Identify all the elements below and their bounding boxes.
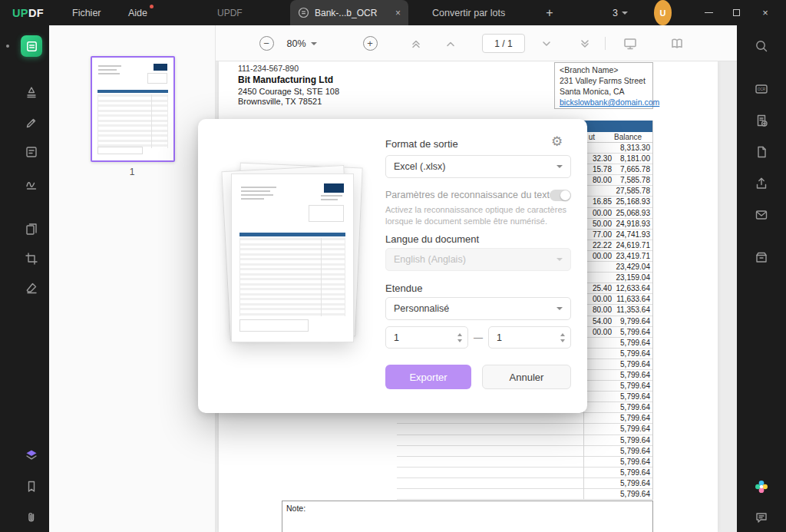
chevron-down-icon <box>556 258 563 261</box>
ai-sparkle-icon <box>754 479 769 494</box>
balance-cell: 5,799.64 <box>620 382 650 390</box>
chevron-down-icon <box>556 307 563 310</box>
ai-assistant-button[interactable] <box>751 476 772 497</box>
balance-cell: 5,799.64 <box>620 392 650 401</box>
minimize-icon <box>705 12 713 14</box>
page-thumbnail-1[interactable] <box>91 56 175 162</box>
tab-bank-ocr[interactable]: Bank-...b_OCR × <box>290 0 408 25</box>
translate-doc-button[interactable] <box>751 141 772 163</box>
zoom-out-button[interactable]: − <box>257 25 276 61</box>
balance-cell: 5,799.64 <box>620 414 650 422</box>
summarize-button[interactable] <box>751 110 772 131</box>
mail-button[interactable] <box>751 204 772 226</box>
ocr-button[interactable]: OCR <box>751 78 772 100</box>
page-from-stepper[interactable] <box>457 327 462 348</box>
share-button[interactable] <box>751 173 772 194</box>
zoom-level-dropdown[interactable]: 80% <box>282 25 322 61</box>
stamp-icon <box>25 85 38 99</box>
export-button[interactable]: Exporter <box>385 365 471 389</box>
reading-mode-button[interactable] <box>667 25 687 61</box>
format-select-value: Excel (.xlsx) <box>394 161 445 172</box>
close-window-button[interactable]: × <box>754 0 777 25</box>
sign-tool-button[interactable] <box>21 173 42 195</box>
preview-page-front <box>231 173 354 342</box>
signature-icon <box>25 177 38 191</box>
balance-cell: 5,799.64 <box>620 349 650 358</box>
stepper-down-icon[interactable] <box>560 339 565 342</box>
branch-street: 231 Valley Farms Street <box>560 75 648 86</box>
language-select-value: English (Anglais) <box>394 254 466 265</box>
new-tab-button[interactable]: + <box>542 0 557 25</box>
chevron-down-icon <box>622 12 628 15</box>
balance-cell: 24,741.93 <box>616 230 651 239</box>
page-to-input[interactable]: 1 <box>488 326 571 349</box>
balance-cell: 7,665.78 <box>620 165 650 173</box>
form-tool-button[interactable] <box>21 141 42 163</box>
chevron-down-icon <box>556 165 563 168</box>
balance-cell: 5,799.64 <box>620 328 650 336</box>
tab-batch-convert[interactable]: Convertir par lots <box>432 0 505 25</box>
table-row: 5,799.64 <box>397 413 652 424</box>
presentation-mode-button[interactable] <box>620 25 640 61</box>
search-button[interactable] <box>751 35 772 57</box>
attachment-panel-button[interactable] <box>21 507 42 528</box>
paperclip-icon <box>25 511 38 524</box>
stepper-up-icon[interactable] <box>457 333 462 336</box>
ocr-icon: OCR <box>754 82 769 96</box>
ocr-toggle[interactable] <box>550 190 571 201</box>
bookmark-panel-button[interactable] <box>21 476 42 497</box>
balance-cell: 5,799.64 <box>620 371 650 379</box>
menu-aide[interactable]: Aide <box>128 0 147 25</box>
table-row: 5,799.64 <box>397 457 652 468</box>
branch-info-box: <Branch Name> 231 Valley Farms Street Sa… <box>554 62 653 109</box>
chat-bubble-icon <box>755 511 768 524</box>
stepper-down-icon[interactable] <box>457 339 462 342</box>
edit-pdf-button[interactable] <box>21 112 42 134</box>
crop-tool-button[interactable] <box>21 248 42 269</box>
layers-panel-button[interactable] <box>21 444 42 466</box>
thumbnail-content <box>92 58 173 160</box>
range-select-value: Personnalisé <box>394 303 449 314</box>
stepper-up-icon[interactable] <box>560 333 565 336</box>
tab-count-dropdown[interactable]: 3 <box>613 0 628 25</box>
table-row: 5,799.64 <box>397 468 652 478</box>
next-page-button[interactable] <box>537 25 556 61</box>
company-name: Bit Manufacturing Ltd <box>238 74 333 85</box>
reader-icon <box>25 40 38 53</box>
amount-cell: 15.78 <box>593 165 612 173</box>
maximize-button[interactable] <box>725 0 748 25</box>
balance-cell: 8,181.00 <box>620 154 650 163</box>
balance-cell: 9,799.64 <box>620 317 650 325</box>
minus-icon: − <box>263 38 269 49</box>
redact-tool-button[interactable] <box>21 277 42 299</box>
reader-tool-button[interactable] <box>21 35 42 57</box>
branch-name: <Branch Name> <box>560 64 648 75</box>
range-select[interactable]: Personnalisé <box>385 297 571 320</box>
previous-page-button[interactable] <box>441 25 460 61</box>
language-label: Langue du document <box>385 233 479 245</box>
gear-icon[interactable]: ⚙ <box>551 134 563 150</box>
balance-cell: 23,419.71 <box>616 252 651 260</box>
balance-cell: 7,585.78 <box>620 176 650 184</box>
last-page-button[interactable] <box>576 25 594 61</box>
avatar[interactable]: U <box>654 0 672 25</box>
archive-button[interactable] <box>751 246 772 268</box>
format-select[interactable]: Excel (.xlsx) <box>385 155 571 178</box>
language-select-disabled: English (Anglais) <box>385 248 571 271</box>
close-tab-icon[interactable]: × <box>395 8 401 18</box>
page-to-stepper[interactable] <box>560 327 565 348</box>
first-page-button[interactable] <box>407 25 425 61</box>
organize-pages-button[interactable] <box>21 218 42 240</box>
comment-tool-button[interactable] <box>21 81 42 103</box>
page-from-input[interactable]: 1 <box>385 326 468 349</box>
window-title-label: UPDF <box>217 0 243 25</box>
branch-email-link[interactable]: bickslowbank@domain.com <box>560 97 648 107</box>
feedback-chat-button[interactable] <box>751 507 772 528</box>
balance-cell: 8,313.30 <box>620 144 650 152</box>
cancel-button[interactable]: Annuler <box>482 365 571 389</box>
zoom-in-button[interactable]: + <box>361 25 379 61</box>
panel-collapse-handle[interactable] <box>6 45 9 48</box>
menu-fichier[interactable]: Fichier <box>72 0 101 25</box>
minimize-button[interactable] <box>697 0 720 25</box>
page-number-input[interactable]: 1 / 1 <box>482 34 525 53</box>
